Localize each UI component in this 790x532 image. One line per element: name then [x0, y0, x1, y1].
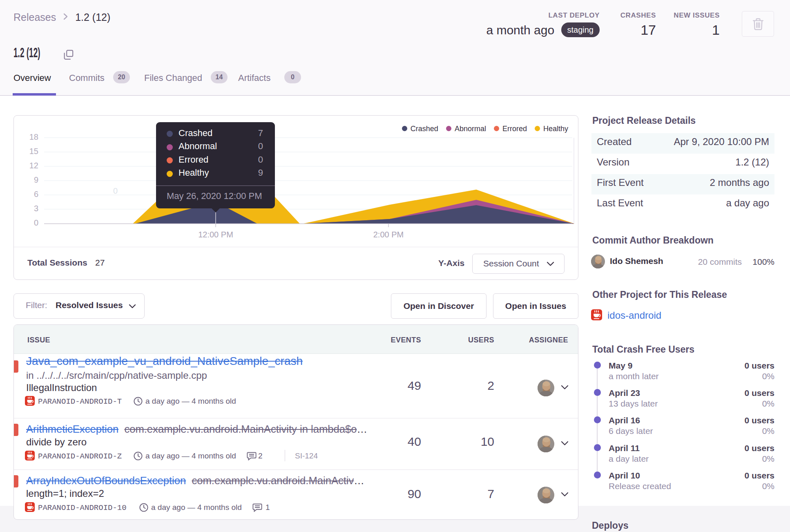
svg-text:12:00 PM: 12:00 PM — [198, 230, 233, 239]
svg-text:18: 18 — [29, 132, 38, 141]
svg-text:3: 3 — [34, 204, 38, 213]
svg-text:12: 12 — [29, 161, 38, 170]
svg-text:9: 9 — [34, 175, 38, 184]
svg-text:15: 15 — [29, 147, 38, 156]
svg-text:2:00 PM: 2:00 PM — [373, 230, 404, 239]
svg-text:0: 0 — [34, 218, 38, 227]
svg-text:6: 6 — [34, 190, 38, 199]
svg-text:0: 0 — [113, 186, 118, 195]
